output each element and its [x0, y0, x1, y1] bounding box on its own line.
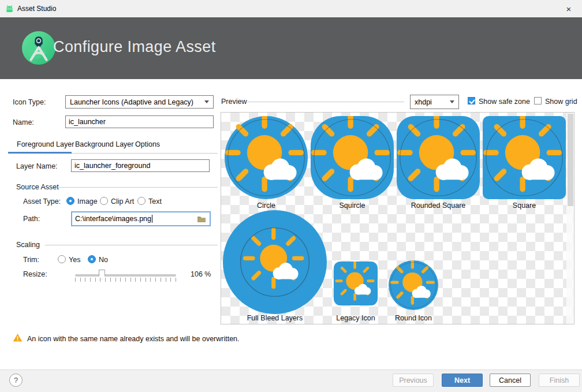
- resize-slider-ticks: [75, 278, 177, 282]
- preview-icon-label: Rounded Square: [389, 201, 487, 210]
- resize-slider-track[interactable]: [75, 274, 176, 277]
- path-label: Path:: [23, 215, 40, 223]
- preview-tile-round-icon: [389, 260, 438, 312]
- tab-options[interactable]: Options: [135, 140, 160, 148]
- show-grid-label[interactable]: Show grid: [545, 98, 577, 106]
- chevron-down-icon: [450, 100, 454, 103]
- preview-tile-full-bleed-layers: [223, 210, 327, 316]
- help-button[interactable]: ?: [9, 374, 23, 387]
- path-input[interactable]: C:\interface\images.png: [71, 211, 211, 226]
- layer-name-value: ic_launcher_foreground: [74, 162, 150, 170]
- android-robot-icon: [5, 4, 14, 14]
- asset-type-radio-text[interactable]: [137, 197, 146, 205]
- wizard-header: Configure Image Asset: [0, 17, 582, 79]
- source-asset-divider: [58, 187, 218, 188]
- preview-icon-label: Circle: [221, 201, 315, 210]
- options-panel: Icon Type: Launcher Icons (Adaptive and …: [0, 79, 221, 369]
- resize-value: 106 %: [191, 270, 211, 278]
- show-safe-zone-label[interactable]: Show safe zone: [479, 98, 530, 106]
- text-caret: [152, 215, 152, 223]
- preview-tile-rounded-square: [397, 116, 480, 201]
- scaling-divider: [45, 245, 218, 245]
- icon-type-value: Launcher Icons (Adaptive and Legacy): [70, 98, 193, 106]
- tab-divider: [72, 153, 218, 154]
- asset-type-image-label[interactable]: Image: [77, 197, 98, 206]
- path-value: C:\interface\images.png: [75, 215, 151, 223]
- chevron-down-icon: [204, 100, 209, 103]
- preview-icon-label: Round Icon: [364, 314, 462, 322]
- title-bar: Asset Studio ×: [0, 0, 582, 17]
- asset-type-label: Asset Type:: [23, 197, 61, 206]
- preview-tile-legacy-icon: [334, 262, 378, 308]
- name-value: ic_launcher: [69, 118, 106, 126]
- preview-title: Preview: [221, 98, 247, 106]
- preview-divider: [247, 102, 404, 102]
- density-select[interactable]: xhdpi: [410, 95, 459, 109]
- asset-type-clipart-label[interactable]: Clip Art: [111, 197, 134, 206]
- resize-label: Resize:: [23, 270, 47, 278]
- finish-button[interactable]: Finish: [539, 374, 580, 387]
- scaling-title: Scaling: [16, 241, 40, 249]
- source-asset-title: Source Asset: [16, 183, 59, 191]
- warning-text: An icon with the same name already exist…: [27, 335, 240, 343]
- show-safe-zone-checkbox[interactable]: [468, 97, 475, 104]
- tab-foreground-layer[interactable]: Foreground Layer: [17, 140, 74, 148]
- previous-button[interactable]: Previous: [393, 374, 434, 387]
- cancel-button[interactable]: Cancel: [490, 374, 531, 387]
- trim-radio-yes[interactable]: [58, 255, 66, 263]
- preview-tile-circle: [225, 116, 308, 201]
- icon-type-label: Icon Type:: [13, 98, 46, 106]
- preview-tile-squircle: [311, 116, 394, 201]
- trim-yes-label[interactable]: Yes: [69, 256, 80, 264]
- browse-folder-icon[interactable]: [197, 215, 206, 225]
- tab-background-layer[interactable]: Background Layer: [75, 140, 133, 148]
- icon-type-select[interactable]: Launcher Icons (Adaptive and Legacy): [65, 95, 214, 109]
- preview-icon-label: Square: [475, 201, 573, 210]
- show-grid-checkbox[interactable]: [534, 97, 542, 104]
- preview-tile-square: [483, 116, 566, 201]
- android-studio-logo-icon: [22, 31, 55, 65]
- close-button[interactable]: ×: [555, 0, 582, 17]
- asset-type-radio-image[interactable]: [66, 197, 74, 205]
- trim-label: Trim:: [23, 256, 39, 264]
- asset-type-radio-clipart[interactable]: [100, 197, 108, 205]
- trim-radio-no[interactable]: [88, 255, 96, 263]
- trim-no-label[interactable]: No: [99, 256, 108, 264]
- asset-type-text-label[interactable]: Text: [148, 197, 162, 206]
- next-button[interactable]: Next: [442, 374, 483, 387]
- name-label: Name:: [13, 118, 34, 126]
- preview-icon-label: Squircle: [303, 201, 401, 210]
- preview-panel: CircleSquircleRounded SquareSquareFull B…: [221, 112, 574, 324]
- layer-name-input[interactable]: ic_launcher_foreground: [71, 159, 210, 172]
- page-title: Configure Image Asset: [53, 38, 216, 56]
- window-title: Asset Studio: [17, 5, 56, 13]
- layer-name-label: Layer Name:: [16, 162, 58, 170]
- active-tab-underline: [8, 152, 72, 154]
- warning-icon: [13, 333, 23, 345]
- preview-scrollbar-thumb[interactable]: [568, 114, 573, 206]
- name-input[interactable]: ic_launcher: [65, 115, 214, 128]
- density-value: xhdpi: [415, 98, 432, 106]
